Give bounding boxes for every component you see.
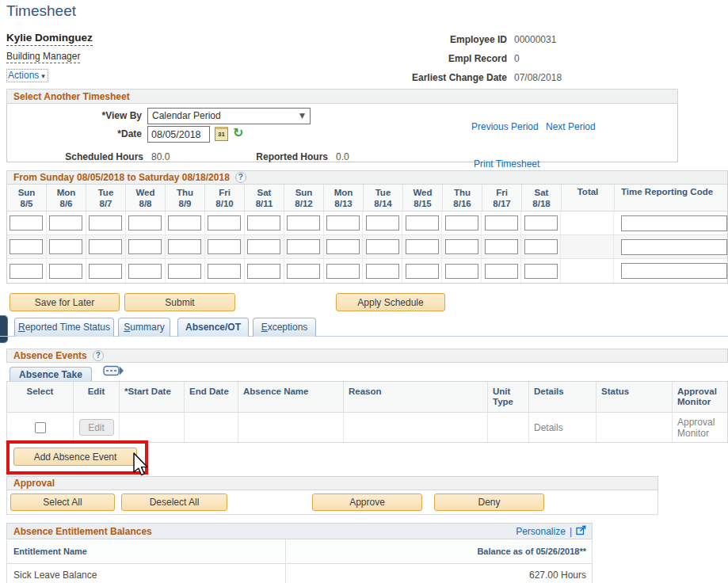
time-entry-input-r2-mon-8-13[interactable] [326,239,360,254]
day-column-header-sat-8-11: Sat8/11 [245,185,284,211]
time-entry-input-r1-fri-8-17[interactable] [485,215,518,231]
deny-button[interactable]: Deny [434,493,544,511]
time-entry-input-r3-mon-8-6[interactable] [49,264,82,279]
time-entry-input-r2-sat-8-18[interactable] [524,239,558,254]
entitlement-name: Sick Leave Balance [7,564,286,583]
time-entry-input-r1-sun-8-12[interactable] [287,215,320,231]
employee-fields: Employee ID 00000031 Empl Record 0 Earli… [360,33,693,90]
time-entry-input-r3-tue-8-14[interactable] [366,264,399,279]
time-entry-input-r3-sat-8-18[interactable] [524,264,558,279]
approve-button[interactable]: Approve [312,493,422,511]
time-entry-input-r2-fri-8-17[interactable] [485,239,518,254]
time-entry-input-r1-sat-8-11[interactable] [247,215,280,231]
time-entry-input-r2-tue-8-14[interactable] [366,239,399,254]
time-entry-input-r1-fri-8-10[interactable] [208,215,241,231]
reported-hours-label: Reported Hours [213,151,328,162]
popup-window-icon[interactable] [576,525,587,538]
time-entry-input-r3-thu-8-16[interactable] [445,264,478,279]
day-column-header-wed-8-15: Wed8/15 [403,185,443,211]
personalize-link[interactable]: Personalize [516,526,566,537]
time-entry-input-r2-sun-8-12[interactable] [287,239,320,254]
entitlement-balances-groupbox: Absence Entitlement Balances Personalize… [6,523,593,583]
tab-absence-ot[interactable]: Absence/OT [177,318,249,337]
time-entry-input-r3-sat-8-11[interactable] [247,264,280,279]
actions-dropdown[interactable]: Actions▾ [6,69,48,82]
time-entry-input-r1-mon-8-13[interactable] [326,215,360,231]
tab-absence-take[interactable]: Absence Take [10,367,92,383]
time-entry-row-2 [7,235,727,259]
employee-name-link[interactable]: Kylie Dominguez [6,32,93,46]
caret-down-icon: ▾ [41,72,45,80]
time-entry-input-r1-tue-8-7[interactable] [89,215,122,231]
employee-block: Kylie Dominguez Building Manager Actions… [6,32,93,82]
time-entry-input-r1-wed-8-8[interactable] [128,215,162,231]
time-entry-input-r3-tue-8-7[interactable] [89,264,122,279]
add-absence-event-button[interactable]: Add Absence Event [13,448,137,466]
time-entry-input-r1-tue-8-14[interactable] [366,215,399,231]
time-entry-input-r1-thu-8-16[interactable] [445,215,478,231]
page-title: Timesheet [6,2,76,20]
trc-input-r3[interactable] [621,263,727,279]
day-column-header-sun-8-12: Sun8/12 [284,185,324,211]
trc-input-r1[interactable] [621,215,727,231]
earliest-change-date-field: Earliest Change Date 07/08/2018 [360,71,693,90]
total-cell [561,235,614,258]
time-entry-input-r3-sun-8-5[interactable] [10,264,43,279]
trc-input-r2[interactable] [621,239,727,255]
time-entry-input-r3-sun-8-12[interactable] [287,264,320,279]
apply-schedule-button[interactable]: Apply Schedule [336,293,445,311]
time-entry-row-1 [7,211,727,235]
select-all-button[interactable]: Select All [10,493,115,511]
absence-table-header: Select Edit *Start Date End Date Absence… [7,382,727,413]
tab-summary[interactable]: Summary [118,318,170,337]
time-entry-input-r1-sat-8-18[interactable] [524,215,558,231]
reported-hours-value: 0.0 [336,151,349,162]
entitlement-row: Sick Leave Balance 627.00 Hours [6,564,593,583]
entitlement-header-row: Entitlement Name Balance as of 05/26/201… [6,539,593,564]
absence-take-tabrow: Absence Take [6,365,124,381]
save-for-later-button[interactable]: Save for Later [10,293,120,311]
next-period-link[interactable]: Next Period [546,121,596,132]
time-entry-input-r1-thu-8-9[interactable] [168,215,201,231]
time-entry-input-r2-sat-8-11[interactable] [247,239,280,254]
details-link-disabled: Details [534,422,563,433]
total-cell [561,211,614,234]
time-entry-input-r1-mon-8-6[interactable] [49,215,82,231]
view-by-select[interactable]: Calendar Period▼ [147,108,311,124]
approval-title: Approval [6,476,658,490]
time-entry-input-r2-fri-8-10[interactable] [208,239,241,254]
date-input[interactable] [147,126,210,143]
day-column-header-tue-8-14: Tue8/14 [364,185,403,211]
tab-reported-time-status[interactable]: Reported Time Status [14,318,114,337]
show-all-columns-icon[interactable] [103,365,124,379]
time-entry-input-r2-thu-8-16[interactable] [445,239,478,254]
help-icon[interactable]: ? [235,172,246,183]
time-entry-input-r2-wed-8-8[interactable] [128,239,162,254]
time-entry-input-r1-wed-8-15[interactable] [406,215,439,231]
deselect-all-button[interactable]: Deselect All [121,493,227,511]
time-entry-input-r3-fri-8-17[interactable] [485,264,518,279]
employee-job-title-link[interactable]: Building Manager [6,51,80,63]
absence-select-checkbox[interactable] [35,422,46,433]
calendar-icon[interactable]: 31 [215,127,228,141]
print-timesheet-link[interactable]: Print Timesheet [474,158,539,170]
time-entry-input-r2-tue-8-7[interactable] [89,239,122,254]
time-entry-input-r3-fri-8-10[interactable] [208,264,241,279]
refresh-icon[interactable]: ↻ [233,125,243,140]
tab-exceptions[interactable]: Exceptions [253,318,316,337]
time-entry-input-r2-wed-8-15[interactable] [406,239,439,254]
previous-period-link[interactable]: Previous Period [471,121,539,132]
time-entry-input-r3-thu-8-9[interactable] [168,264,201,279]
time-entry-input-r2-thu-8-9[interactable] [168,239,201,254]
help-icon[interactable]: ? [93,350,104,361]
time-entry-input-r2-sun-8-5[interactable] [10,239,43,254]
day-column-header-fri-8-17: Fri8/17 [482,185,522,211]
time-entry-input-r3-wed-8-8[interactable] [128,264,162,279]
toolbar: Save for Later Submit Apply Schedule [6,293,728,312]
submit-button[interactable]: Submit [124,293,235,311]
time-entry-input-r1-sun-8-5[interactable] [10,215,43,231]
time-entry-input-r3-mon-8-13[interactable] [326,264,360,279]
absence-events-header: Absence Events ? [6,349,728,363]
time-entry-input-r2-mon-8-6[interactable] [49,239,82,254]
time-entry-input-r3-wed-8-15[interactable] [406,264,439,279]
